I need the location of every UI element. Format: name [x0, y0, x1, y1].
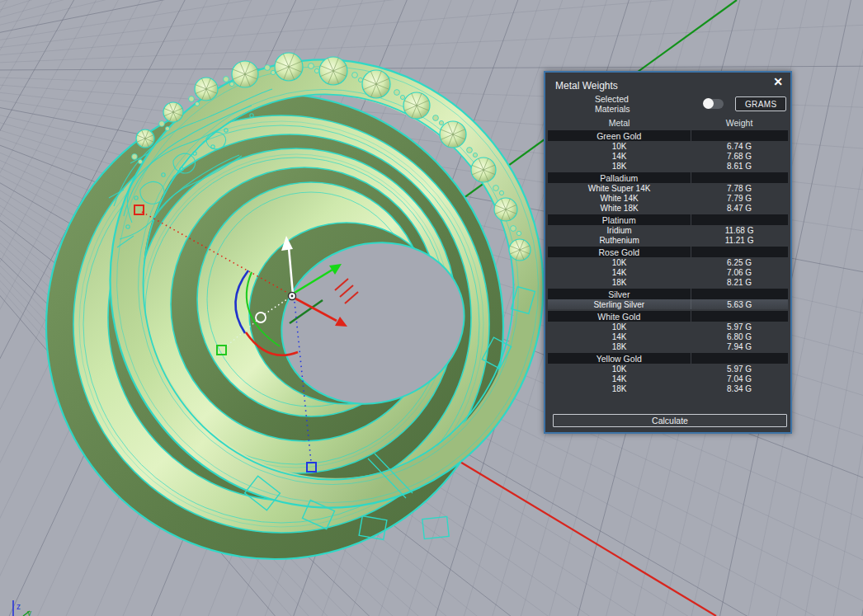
metal-row[interactable]: 18K8.61 G [548, 161, 788, 171]
metal-weight: 8.34 G [691, 384, 788, 393]
section-weight-cell [691, 130, 788, 141]
metal-weight: 8.61 G [691, 162, 788, 171]
metal-name: 14K [548, 268, 691, 277]
metal-name: 10K [548, 142, 691, 151]
metal-row[interactable]: 14K6.80 G [548, 332, 788, 341]
metal-weight: 7.06 G [691, 268, 788, 277]
metal-weight: 7.04 G [691, 374, 788, 383]
metal-name: White 18K [548, 204, 691, 213]
section-name: Silver [548, 289, 691, 299]
selected-materials-label: Selected Materials [595, 94, 659, 114]
triad-y-label: y [27, 609, 31, 616]
panel-controls: Selected Materials GRAMS [545, 90, 790, 116]
section-header[interactable]: Green Gold [548, 130, 788, 141]
section-weight-cell [691, 289, 788, 299]
metal-row[interactable]: Ruthenium11.21 G [548, 235, 788, 245]
metal-row[interactable]: White 14K7.79 G [548, 193, 788, 203]
metal-row[interactable]: White Super 14K7.78 G [548, 183, 788, 193]
metal-row[interactable]: 10K5.97 G [548, 322, 788, 332]
section-weight-cell [691, 247, 788, 257]
metal-table: Green Gold10K6.74 G14K7.68 G18K8.61 GPal… [548, 130, 788, 393]
metal-row[interactable]: 14K7.04 G [548, 374, 788, 383]
calculate-button[interactable]: Calculate [553, 414, 787, 427]
metal-name: White 14K [548, 194, 691, 203]
metal-name: 14K [548, 374, 691, 383]
metal-row[interactable]: 18K7.94 G [548, 341, 788, 351]
section-header[interactable]: Silver [548, 289, 788, 299]
section-weight-cell [691, 311, 788, 322]
metal-weight: 6.74 G [691, 142, 788, 151]
metal-weight: 7.78 G [691, 184, 788, 193]
toggle-knob [703, 98, 714, 109]
metal-weight: 8.21 G [691, 278, 788, 287]
table-column-headers: Metal Weight [548, 116, 788, 129]
triad-z-label: z [17, 602, 21, 611]
section-weight-cell [691, 172, 788, 183]
section-weight-cell [691, 353, 788, 364]
metal-name: 14K [548, 332, 691, 341]
metal-row[interactable]: 10K6.25 G [548, 257, 788, 267]
metal-name: 10K [548, 364, 691, 374]
panel-title: Metal Weights [555, 80, 618, 92]
metal-name: 14K [548, 152, 691, 161]
metal-weight: 8.47 G [691, 204, 788, 213]
metal-name: 10K [548, 258, 691, 267]
ring-model[interactable] [46, 19, 585, 559]
metal-name: 18K [548, 162, 691, 171]
metal-weight: 5.97 G [691, 322, 788, 332]
units-button[interactable]: GRAMS [735, 96, 786, 111]
metal-name: 18K [548, 384, 691, 393]
metal-row[interactable]: 14K7.68 G [548, 151, 788, 161]
metal-row[interactable]: 18K8.21 G [548, 277, 788, 287]
section-header[interactable]: Palladium [548, 172, 788, 183]
weight-column-header: Weight [691, 118, 788, 128]
metal-name: Iridium [548, 226, 691, 235]
metal-weight: 11.68 G [691, 226, 788, 235]
metal-weight: 11.21 G [691, 236, 788, 245]
metal-weight: 7.68 G [691, 152, 788, 161]
metal-row[interactable]: Sterling Silver5.63 G [548, 299, 788, 309]
metal-weight: 7.94 G [691, 342, 788, 351]
gumball-origin-dot [291, 295, 294, 298]
metal-name: Ruthenium [548, 236, 691, 245]
metal-row[interactable]: 18K8.34 G [548, 383, 788, 393]
metal-row[interactable]: Iridium11.68 G [548, 225, 788, 235]
metal-row[interactable]: 10K6.74 G [548, 141, 788, 151]
section-name: Rose Gold [548, 247, 691, 257]
selected-materials-toggle[interactable] [704, 99, 724, 109]
section-weight-cell [691, 214, 788, 225]
section-name: Yellow Gold [548, 354, 691, 364]
metal-name: 18K [548, 278, 691, 287]
section-name: Platinum [548, 215, 691, 225]
metal-row[interactable]: White 18K8.47 G [548, 203, 788, 213]
section-name: White Gold [548, 312, 691, 322]
metal-row[interactable]: 10K5.97 G [548, 364, 788, 374]
section-header[interactable]: White Gold [548, 311, 788, 322]
metal-name: White Super 14K [548, 184, 691, 193]
metal-weight: 7.79 G [691, 194, 788, 203]
metal-column-header: Metal [548, 118, 691, 128]
panel-titlebar[interactable]: Metal Weights ✕ [545, 73, 790, 90]
metal-row[interactable]: 14K7.06 G [548, 267, 788, 277]
metal-weight: 5.63 G [691, 299, 788, 309]
section-name: Green Gold [548, 131, 691, 141]
metal-weight: 6.25 G [691, 258, 788, 267]
close-icon[interactable]: ✕ [773, 76, 783, 87]
metal-name: Sterling Silver [548, 300, 691, 309]
section-header[interactable]: Rose Gold [548, 247, 788, 257]
metal-weights-panel: Metal Weights ✕ Selected Materials GRAMS… [544, 71, 792, 434]
axis-triad: z y [13, 600, 31, 616]
metal-weight: 6.80 G [691, 332, 788, 341]
section-header[interactable]: Yellow Gold [548, 353, 788, 364]
world-x-axis [459, 461, 716, 616]
section-name: Palladium [548, 173, 691, 183]
metal-name: 10K [548, 322, 691, 332]
metal-name: 18K [548, 342, 691, 351]
section-header[interactable]: Platinum [548, 214, 788, 225]
metal-weight: 5.97 G [691, 364, 788, 374]
